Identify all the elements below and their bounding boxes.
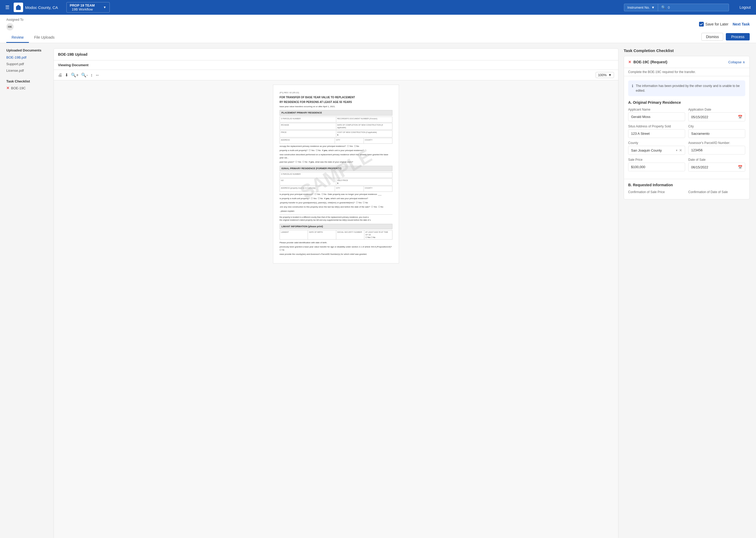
main-content: Uploaded Documents BOE-19B.pdf Support.p… bbox=[0, 43, 756, 538]
checklist-item-label: BOE-19C bbox=[11, 86, 26, 90]
collapse-button[interactable]: Collapse ∧ bbox=[728, 60, 745, 64]
section-b: B. Requested Information Confirmation of… bbox=[624, 179, 749, 199]
county-clear-icon[interactable]: ✕ bbox=[679, 148, 682, 152]
team-info: PROP 19 TEAM 19B Workflow bbox=[70, 3, 95, 11]
doc-claimant-cell: LAIMANT bbox=[280, 230, 308, 239]
sidebar-file-support[interactable]: Support.pdf bbox=[6, 62, 48, 67]
doc-q1: occupy the replacement primary residence… bbox=[280, 145, 393, 148]
search-bar: Instrument No. ▼ 🔍 bbox=[624, 4, 729, 11]
doc-purchase-cell: IRCHASE bbox=[280, 123, 336, 130]
doc-county2-label: COUNTY bbox=[365, 187, 391, 189]
doc-section3: LIMANT INFORMATION (please print) bbox=[280, 224, 393, 229]
doc-city-cell: CITY bbox=[335, 138, 364, 143]
doc-claimant-label: LAIMANT bbox=[281, 231, 307, 234]
search-input[interactable] bbox=[668, 6, 726, 10]
checklist-card-subtitle: Complete the BOE-19C required for the tr… bbox=[624, 68, 749, 76]
sale-price-value: $100,000 bbox=[628, 163, 685, 171]
zoom-out-icon[interactable]: 🔍- bbox=[81, 73, 88, 78]
doc-address2-cell: ADDRESS (property must be in California) bbox=[280, 186, 335, 191]
doc-form-row-6: ILE SALE PRICE $ bbox=[280, 178, 393, 186]
search-input-wrap: 🔍 bbox=[658, 5, 729, 10]
zoom-select[interactable]: 100% ▼ bbox=[595, 72, 614, 78]
doc-form-row-1: S PARCEL/ID NUMBER RECORDER'S DOCUMENT N… bbox=[280, 117, 393, 123]
dismiss-button[interactable]: Dismiss bbox=[701, 33, 723, 41]
tab-review[interactable]: Review bbox=[6, 32, 29, 43]
collapse-label: Collapse bbox=[728, 60, 741, 64]
doc-completion-label: DATE OF COMPLETION OF NEW CONSTRUCTION (… bbox=[337, 124, 391, 129]
viewing-doc-label: Viewing Document bbox=[54, 60, 618, 70]
team-chevron-icon[interactable]: ▼ bbox=[103, 6, 106, 9]
search-type-select[interactable]: Instrument No. ▼ bbox=[624, 4, 658, 11]
checklist-item-boe19c: ✕ BOE-19C bbox=[6, 86, 48, 90]
logout-link[interactable]: Logout bbox=[739, 5, 751, 10]
download-icon[interactable]: ⬇ bbox=[65, 73, 68, 78]
checklist-card-header: ✕ BOE-19C (Request) Collapse ∧ bbox=[624, 56, 749, 68]
zoom-in-icon[interactable]: 🔍+ bbox=[71, 73, 78, 78]
tab-file-uploads[interactable]: File Uploads bbox=[29, 32, 60, 43]
doc-q4: past two years? ☐ Yes ☐ No If yes, what … bbox=[280, 161, 393, 164]
doc-form-row-7: ADDRESS (property must be in California)… bbox=[280, 186, 393, 192]
county-select-value: San Joaquin County bbox=[631, 148, 662, 152]
search-type-chevron-icon: ▼ bbox=[651, 6, 655, 10]
doc-county-label: COUNTY bbox=[365, 139, 391, 141]
application-date-label: Application Date bbox=[688, 108, 745, 111]
form-group-date-of-sale: Date of Sale 06/15/2022 📅 bbox=[688, 158, 745, 172]
doc-completion-cell: DATE OF COMPLETION OF NEW CONSTRUCTION (… bbox=[336, 123, 393, 130]
doc-title: FOR TRANSFER OF BASE YEAR VALUE TO REPLA… bbox=[280, 96, 393, 99]
doc-ssn-cell: SOCIAL SECURITY NUMBER bbox=[336, 230, 364, 239]
form-row-situs: Situs Address of Property Sold 123 A Str… bbox=[628, 125, 745, 138]
doc-dob-label: DATE OF BIRTH bbox=[309, 231, 335, 234]
sidebar-file-license[interactable]: License.pdf bbox=[6, 68, 48, 73]
doc-address2-label: ADDRESS (property must be in California) bbox=[281, 187, 334, 189]
section-a-title: A. Original Primary Residence bbox=[628, 100, 745, 105]
doc-q7: ;property transfer to your grandparent(s… bbox=[280, 201, 393, 204]
menu-icon[interactable]: ☰ bbox=[5, 4, 10, 10]
doc-content: SAMPLE (P1) REV. 02 (05-22) FOR TRANSFER… bbox=[54, 81, 618, 538]
doc-dollar2: $ bbox=[337, 182, 391, 185]
save-for-later-checkbox[interactable]: Save for Later bbox=[699, 22, 729, 27]
right-panel-title: Task Completion Checklist bbox=[624, 48, 750, 53]
doc-form-row-5: S PARCEL/ID NUMBER bbox=[280, 172, 393, 178]
doc-q9: , please explain: bbox=[280, 210, 393, 213]
tab-bar: Review File Uploads Dismiss Process bbox=[6, 32, 750, 43]
form-group-city: City Sacramento bbox=[688, 125, 745, 138]
city-label: City bbox=[688, 125, 745, 128]
logo: Modoc County, CA bbox=[14, 3, 58, 12]
form-group-applicant-name: Applicant Name Gerald Moss bbox=[628, 108, 685, 121]
rotate-icon[interactable]: ↕ bbox=[91, 73, 93, 78]
section-b-row: Confirmation of Sale Price Confirmation … bbox=[628, 190, 745, 194]
fullscreen-icon[interactable]: ↔ bbox=[95, 73, 100, 78]
save-for-later-label: Save for Later bbox=[705, 22, 729, 26]
confirm-date-label: Confirmation of Date of Sale bbox=[688, 190, 745, 194]
applicant-name-label: Applicant Name bbox=[628, 108, 685, 111]
date-of-sale-value: 06/15/2022 📅 bbox=[688, 163, 745, 172]
sub-header-actions: Save for Later Next Task bbox=[699, 22, 750, 27]
doc-recorder-label: RECORDER'S DOCUMENT NUMBER (if known) bbox=[337, 117, 391, 120]
team-box: PROP 19 TEAM 19B Workflow ▼ bbox=[67, 2, 110, 13]
doc-purchase-label: IRCHASE bbox=[281, 124, 335, 126]
county-chevron-icon[interactable]: ▾ bbox=[676, 149, 678, 152]
section-b-confirm-date: Confirmation of Date of Sale bbox=[688, 190, 745, 194]
doc-rev: (P1) REV. 02 (05-22) bbox=[280, 91, 393, 94]
date-of-sale-label: Date of Sale bbox=[688, 158, 745, 162]
doc-parcel2-cell: S PARCEL/ID NUMBER bbox=[280, 172, 392, 178]
county-select: San Joaquin County ▾ ✕ bbox=[628, 146, 685, 155]
checkbox-checked-icon bbox=[699, 22, 704, 27]
doc-price-label: PRICE bbox=[281, 131, 335, 134]
print-icon[interactable]: 🖨 bbox=[58, 73, 62, 78]
viewer-section-title: BOE-19B Upload bbox=[54, 49, 618, 60]
form-group-parcel: Assessor's Parcel/ID Number: 123456 bbox=[688, 141, 745, 155]
task-checklist-title: Task Checklist bbox=[6, 79, 48, 83]
section-b-confirm-price: Confirmation of Sale Price bbox=[628, 190, 685, 194]
checklist-error-icon: ✕ bbox=[628, 60, 631, 64]
doc-form-row-3: PRICE COST OF NEW CONSTRUCTION (if appli… bbox=[280, 130, 393, 137]
checklist-title-row: ✕ BOE-19C (Request) bbox=[628, 60, 667, 64]
process-button[interactable]: Process bbox=[726, 33, 750, 40]
info-icon: ℹ bbox=[632, 84, 633, 88]
next-task-button[interactable]: Next Task bbox=[732, 22, 750, 26]
doc-ssn-label: SOCIAL SECURITY NUMBER bbox=[337, 231, 363, 234]
tabs-actions: Dismiss Process bbox=[701, 33, 750, 43]
form-row-sale: Sale Price $100,000 Date of Sale 06/15/2… bbox=[628, 158, 745, 172]
sidebar-file-boe19b[interactable]: BOE-19B.pdf bbox=[6, 55, 48, 60]
doc-dollar: $ bbox=[337, 134, 338, 136]
